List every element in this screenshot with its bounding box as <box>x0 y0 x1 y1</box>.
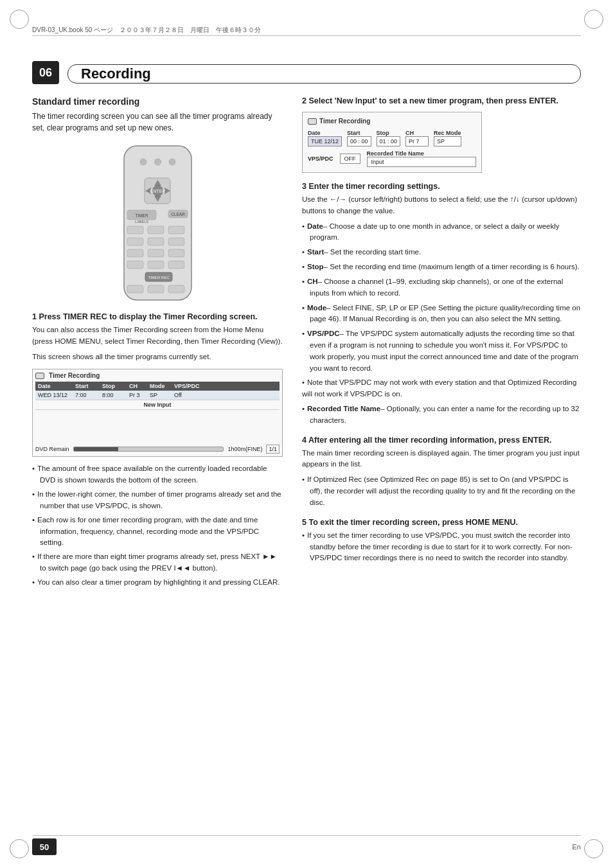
stop-field: Stop 01 : 00 <box>377 130 401 146</box>
dvd-remain-bar <box>73 447 224 452</box>
svg-text:CLEAR: CLEAR <box>171 212 185 217</box>
timer-input-header: Timer Recording <box>308 118 476 125</box>
def-start: Start– Set the recording start time. <box>302 247 581 258</box>
ch-val: Pr 7 <box>405 136 429 146</box>
main-content: Standard timer recording The timer recor… <box>32 96 581 829</box>
svg-rect-17 <box>127 238 143 245</box>
new-input-row: New Input <box>35 400 280 410</box>
step5-heading: 5 To exit the timer recording screen, pr… <box>302 518 581 527</box>
def-vps-note: Note that VPS/PDC may not work with ever… <box>302 377 581 400</box>
file-info: DVR-03_UK.book 50 ページ ２００３年７月２８日 月曜日 午後６… <box>32 26 581 35</box>
bullet-item: The amount of free space available on th… <box>32 463 283 486</box>
rec-mode-val: SP <box>434 136 461 146</box>
step2-heading: 2 Select 'New Input' to set a new timer … <box>302 96 581 105</box>
date-val: TUE 12/12 <box>308 136 342 146</box>
svg-rect-18 <box>148 238 164 245</box>
step4-heading: 4 After entering all the timer recording… <box>302 436 581 445</box>
page-num: 1/1 <box>266 445 280 454</box>
svg-rect-30 <box>127 285 143 293</box>
definitions-list: Date– Choose a date up to one month in a… <box>302 221 581 427</box>
bullet-item: Each row is for one timer recording prog… <box>32 515 283 549</box>
svg-rect-23 <box>127 261 143 269</box>
svg-rect-31 <box>148 285 164 293</box>
vps-val: OFF <box>340 154 360 164</box>
svg-rect-14 <box>127 226 143 234</box>
step3-intro: Use the ←/→ (cursor left/right) buttons … <box>302 194 581 217</box>
step1-text1: You can also access the Timer Recording … <box>32 324 283 348</box>
svg-rect-25 <box>168 261 184 269</box>
svg-rect-19 <box>168 238 184 245</box>
start-field: Start 00 : 00 <box>347 130 371 146</box>
corner-bl <box>10 839 29 858</box>
corner-tl <box>10 10 29 29</box>
svg-rect-20 <box>127 249 143 257</box>
footer-page-badge: 50 <box>32 838 57 855</box>
dvd-remain-row: DVD Remain 1h00m(FINE) 1/1 <box>35 445 280 454</box>
timer-data-row: WED 13/12 7:00 8:00 Pr 3 SP Off <box>35 391 280 400</box>
section-heading-standard-timer: Standard timer recording <box>32 96 283 107</box>
footer-lang: En <box>573 843 581 851</box>
corner-tr <box>584 10 603 29</box>
def-mode: Mode– Select FINE, SP, LP or EP (See Set… <box>302 303 581 326</box>
dvd-remain-fill <box>74 447 119 451</box>
step1-text2: This screen shows all the timer programs… <box>32 351 283 363</box>
vps-row: VPS/PDC OFF Recorded Title Name Input <box>308 150 476 167</box>
corner-br <box>584 839 603 858</box>
step4-bullets: If Optimized Rec (see Optimized Rec on p… <box>302 474 581 508</box>
tv-icon-right <box>308 118 317 125</box>
chapter-badge: 06 <box>32 61 59 84</box>
remote-illustration: ENTER TIMER LABELS TIME <box>32 143 283 303</box>
stop-val: 01 : 00 <box>377 136 401 146</box>
svg-rect-16 <box>168 226 184 234</box>
step1-heading: 1 Press TIMER REC to display the Timer R… <box>32 312 283 321</box>
def-stop: Stop– Set the recording end time (maximu… <box>302 261 581 273</box>
left-bullet-list: The amount of free space available on th… <box>32 463 283 588</box>
title-input-val: Input <box>367 157 476 167</box>
ch-field: CH Pr 7 <box>405 130 429 146</box>
step5-bullet1: If you set the timer recording to use VP… <box>302 530 581 564</box>
timer-table-cols: Date Start Stop CH Mode VPS/PDC <box>35 382 280 391</box>
title-name-group: Recorded Title Name Input <box>367 150 476 167</box>
def-vps: VPS/PDC– The VPS/PDC system automaticall… <box>302 328 581 374</box>
svg-text:ENTER: ENTER <box>150 189 165 193</box>
svg-point-2 <box>154 159 161 165</box>
svg-rect-15 <box>148 226 164 234</box>
tv-icon <box>35 373 44 379</box>
bullet-item: You can also clear a timer program by hi… <box>32 577 283 589</box>
timer-input-box: Timer Recording Date TUE 12/12 Start 00 … <box>302 112 482 173</box>
section-intro: The timer recording screen you can see a… <box>32 111 283 134</box>
svg-point-3 <box>169 159 175 165</box>
remote-svg: ENTER TIMER LABELS TIME <box>108 143 208 303</box>
svg-text:TIMER REC: TIMER REC <box>148 276 170 279</box>
svg-rect-21 <box>148 249 164 257</box>
svg-text:LABELS: LABELS <box>135 220 148 224</box>
svg-point-1 <box>140 159 147 165</box>
start-val: 00 : 00 <box>347 136 371 146</box>
timer-table-box: Timer Recording Date Start Stop CH Mode … <box>32 369 283 457</box>
footer: 50 En <box>32 835 581 855</box>
step3-heading: 3 Enter the timer recording settings. <box>302 182 581 191</box>
step4-text1: The main timer recording screen is displ… <box>302 448 581 471</box>
right-column: 2 Select 'New Input' to set a new timer … <box>302 96 581 829</box>
timer-table-header: Timer Recording <box>35 372 280 379</box>
def-date: Date– Choose a date up to one month in a… <box>302 221 581 244</box>
timer-fields-top-row: Date TUE 12/12 Start 00 : 00 Stop 01 : 0… <box>308 130 476 146</box>
step4-bullet1: If Optimized Rec (see Optimized Rec on p… <box>302 474 581 508</box>
chapter-title: Recording <box>67 64 581 84</box>
svg-rect-32 <box>168 285 184 293</box>
empty-rows <box>35 410 280 442</box>
def-recorded-title: Recorded Title Name– Optionally, you can… <box>302 403 581 427</box>
date-field: Date TUE 12/12 <box>308 130 342 146</box>
bullet-item: In the lower-right corner, the number of… <box>32 489 283 512</box>
header-divider <box>32 35 581 36</box>
svg-text:TIMER: TIMER <box>135 213 148 218</box>
svg-rect-24 <box>148 261 164 269</box>
left-column: Standard timer recording The timer recor… <box>32 96 283 829</box>
svg-rect-22 <box>168 249 184 257</box>
rec-mode-field: Rec Mode SP <box>434 130 461 146</box>
bullet-item: If there are more than eight timer progr… <box>32 551 283 574</box>
step5-bullets: If you set the timer recording to use VP… <box>302 530 581 564</box>
def-ch: CH– Choose a channel (1–99, excluding sk… <box>302 276 581 299</box>
